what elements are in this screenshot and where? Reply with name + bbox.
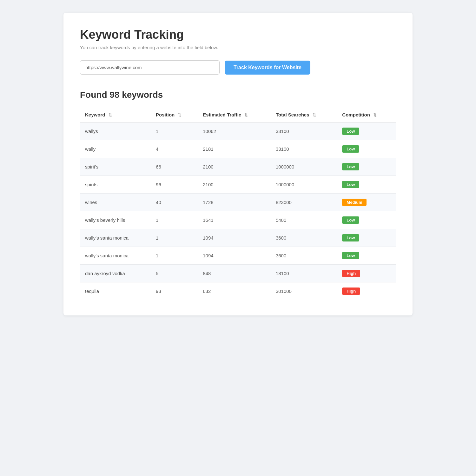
col-position-label: Position bbox=[156, 112, 175, 117]
col-total-searches-label: Total Searches bbox=[276, 112, 309, 117]
cell-total-searches: 33100 bbox=[271, 140, 337, 158]
cell-estimated-traffic: 2181 bbox=[198, 140, 271, 158]
cell-position: 1 bbox=[151, 247, 198, 265]
cell-competition: Low bbox=[337, 176, 396, 194]
cell-estimated-traffic: 2100 bbox=[198, 158, 271, 176]
url-input[interactable] bbox=[80, 60, 220, 75]
table-row: tequila93632301000High bbox=[80, 282, 396, 300]
cell-competition: Low bbox=[337, 122, 396, 140]
col-estimated-traffic-label: Estimated Traffic bbox=[203, 112, 241, 117]
cell-total-searches: 3600 bbox=[271, 229, 337, 247]
cell-estimated-traffic: 1094 bbox=[198, 229, 271, 247]
table-row: wines401728823000Medium bbox=[80, 194, 396, 211]
competition-badge: Low bbox=[342, 163, 359, 170]
search-row: Track Keywords for Website bbox=[80, 60, 396, 75]
cell-competition: Low bbox=[337, 211, 396, 229]
table-row: spirit's6621001000000Low bbox=[80, 158, 396, 176]
cell-estimated-traffic: 10062 bbox=[198, 122, 271, 140]
competition-badge: High bbox=[342, 270, 360, 277]
sort-icon-keyword: ⇅ bbox=[109, 113, 112, 117]
cell-keyword: wally's santa monica bbox=[80, 229, 151, 247]
cell-competition: High bbox=[337, 265, 396, 282]
col-keyword[interactable]: Keyword ⇅ bbox=[80, 108, 151, 122]
competition-badge: Low bbox=[342, 234, 359, 241]
sort-icon-position: ⇅ bbox=[178, 113, 181, 117]
cell-competition: Medium bbox=[337, 194, 396, 211]
keywords-table: Keyword ⇅ Position ⇅ Estimated Traffic ⇅… bbox=[80, 108, 396, 300]
table-row: wally's santa monica110943600Low bbox=[80, 229, 396, 247]
table-header: Keyword ⇅ Position ⇅ Estimated Traffic ⇅… bbox=[80, 108, 396, 122]
cell-estimated-traffic: 2100 bbox=[198, 176, 271, 194]
main-card: Keyword Tracking You can track keywords … bbox=[63, 13, 413, 315]
competition-badge: Low bbox=[342, 145, 359, 153]
cell-keyword: tequila bbox=[80, 282, 151, 300]
cell-position: 4 bbox=[151, 140, 198, 158]
page-subtitle: You can track keywords by entering a web… bbox=[80, 45, 396, 50]
cell-position: 1 bbox=[151, 211, 198, 229]
cell-total-searches: 33100 bbox=[271, 122, 337, 140]
page-title: Keyword Tracking bbox=[80, 28, 396, 42]
competition-badge: Low bbox=[342, 128, 359, 135]
cell-total-searches: 823000 bbox=[271, 194, 337, 211]
competition-badge: Low bbox=[342, 216, 359, 224]
cell-competition: Low bbox=[337, 247, 396, 265]
table-body: wallys11006233100Lowwally4218133100Lowsp… bbox=[80, 122, 396, 300]
table-row: wally's beverly hills116415400Low bbox=[80, 211, 396, 229]
table-row: spirits9621001000000Low bbox=[80, 176, 396, 194]
cell-estimated-traffic: 632 bbox=[198, 282, 271, 300]
cell-position: 40 bbox=[151, 194, 198, 211]
cell-position: 66 bbox=[151, 158, 198, 176]
cell-position: 96 bbox=[151, 176, 198, 194]
sort-icon-competition: ⇅ bbox=[373, 113, 377, 117]
sort-icon-traffic: ⇅ bbox=[244, 113, 248, 117]
cell-keyword: spirit's bbox=[80, 158, 151, 176]
cell-competition: Low bbox=[337, 229, 396, 247]
cell-keyword: wallys bbox=[80, 122, 151, 140]
cell-position: 93 bbox=[151, 282, 198, 300]
col-competition[interactable]: Competition ⇅ bbox=[337, 108, 396, 122]
track-keywords-button[interactable]: Track Keywords for Website bbox=[225, 61, 310, 75]
competition-badge: High bbox=[342, 288, 360, 295]
cell-competition: Low bbox=[337, 140, 396, 158]
col-total-searches[interactable]: Total Searches ⇅ bbox=[271, 108, 337, 122]
col-keyword-label: Keyword bbox=[85, 112, 105, 117]
table-row: wally's santa monica110943600Low bbox=[80, 247, 396, 265]
cell-keyword: spirits bbox=[80, 176, 151, 194]
cell-estimated-traffic: 848 bbox=[198, 265, 271, 282]
cell-competition: High bbox=[337, 282, 396, 300]
cell-total-searches: 5400 bbox=[271, 211, 337, 229]
header-row: Keyword ⇅ Position ⇅ Estimated Traffic ⇅… bbox=[80, 108, 396, 122]
cell-keyword: wally's beverly hills bbox=[80, 211, 151, 229]
cell-estimated-traffic: 1728 bbox=[198, 194, 271, 211]
cell-estimated-traffic: 1641 bbox=[198, 211, 271, 229]
cell-total-searches: 1000000 bbox=[271, 158, 337, 176]
cell-total-searches: 18100 bbox=[271, 265, 337, 282]
col-position[interactable]: Position ⇅ bbox=[151, 108, 198, 122]
table-row: wally4218133100Low bbox=[80, 140, 396, 158]
cell-position: 1 bbox=[151, 122, 198, 140]
table-row: wallys11006233100Low bbox=[80, 122, 396, 140]
cell-keyword: wally's santa monica bbox=[80, 247, 151, 265]
cell-total-searches: 1000000 bbox=[271, 176, 337, 194]
cell-total-searches: 3600 bbox=[271, 247, 337, 265]
col-competition-label: Competition bbox=[342, 112, 370, 117]
competition-badge: Low bbox=[342, 252, 359, 259]
competition-badge: Medium bbox=[342, 199, 367, 206]
cell-position: 1 bbox=[151, 229, 198, 247]
cell-estimated-traffic: 1094 bbox=[198, 247, 271, 265]
competition-badge: Low bbox=[342, 181, 359, 188]
cell-keyword: wines bbox=[80, 194, 151, 211]
found-heading: Found 98 keywords bbox=[80, 90, 396, 100]
cell-total-searches: 301000 bbox=[271, 282, 337, 300]
cell-keyword: wally bbox=[80, 140, 151, 158]
table-row: dan aykroyd vodka584818100High bbox=[80, 265, 396, 282]
col-estimated-traffic[interactable]: Estimated Traffic ⇅ bbox=[198, 108, 271, 122]
cell-competition: Low bbox=[337, 158, 396, 176]
cell-keyword: dan aykroyd vodka bbox=[80, 265, 151, 282]
sort-icon-searches: ⇅ bbox=[313, 113, 316, 117]
cell-position: 5 bbox=[151, 265, 198, 282]
